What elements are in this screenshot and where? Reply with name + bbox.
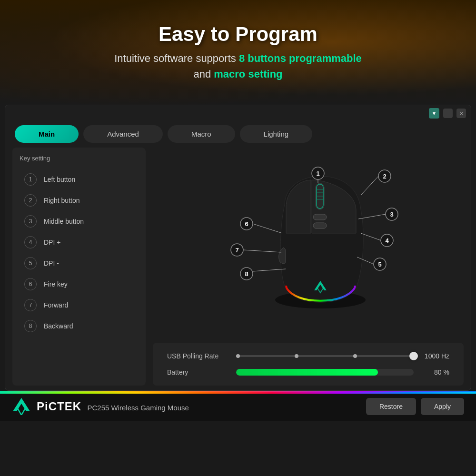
key-item-4[interactable]: 4 DPI +: [20, 232, 139, 253]
hero-title: Easy to Program: [159, 23, 317, 46]
slider-dot-3: [353, 354, 357, 358]
svg-rect-8: [313, 223, 327, 228]
svg-text:5: 5: [378, 261, 381, 268]
tab-bar: Main Advanced Macro Lighting: [5, 121, 471, 143]
key-num-1: 1: [24, 173, 37, 186]
battery-value: 80 %: [421, 368, 449, 376]
polling-rate-value: 1000 Hz: [421, 352, 449, 360]
key-label-6: Fire key: [44, 280, 68, 288]
polling-rate-row: USB Polling Rate 1000 Hz: [167, 352, 449, 360]
close-button[interactable]: ✕: [456, 109, 466, 118]
key-num-2: 2: [24, 194, 37, 207]
key-label-8: Backward: [44, 322, 73, 330]
brand-model: PC255 Wireless Gaming Mouse: [87, 404, 188, 412]
key-item-1[interactable]: 1 Left button: [20, 169, 139, 190]
brand-name-pictek: PiCTEK: [37, 400, 81, 413]
key-label-3: Middle button: [44, 218, 84, 225]
svg-text:7: 7: [235, 247, 238, 254]
restore-button[interactable]: Restore: [366, 398, 416, 415]
mouse-svg: 1 2 3 4: [208, 167, 408, 319]
key-settings-title: Key setting: [20, 155, 139, 162]
key-num-6: 6: [24, 278, 37, 290]
slider-dot-2: [295, 354, 298, 358]
battery-bar-fill: [236, 369, 378, 376]
tab-advanced[interactable]: Advanced: [83, 125, 163, 143]
key-label-2: Right button: [44, 197, 80, 204]
hero-section: Easy to Program Intuitive software suppo…: [0, 0, 476, 105]
tab-macro[interactable]: Macro: [168, 125, 235, 143]
minimize-button[interactable]: —: [443, 109, 453, 118]
svg-text:1: 1: [316, 170, 319, 177]
key-settings-panel: Key setting 1 Left button 2 Right button…: [12, 148, 146, 386]
svg-line-29: [243, 250, 281, 252]
battery-row: Battery 80 %: [167, 368, 449, 376]
key-label-5: DPI -: [44, 259, 59, 267]
svg-text:2: 2: [383, 173, 386, 180]
key-label-7: Forward: [44, 301, 68, 309]
key-label-4: DPI +: [44, 238, 60, 246]
apply-button[interactable]: Apply: [421, 398, 464, 415]
polling-rate-label: USB Polling Rate: [167, 352, 229, 360]
svg-line-32: [253, 269, 286, 271]
bottom-panel: USB Polling Rate 1000 Hz Battery: [153, 343, 464, 386]
battery-bar-wrapper: [236, 369, 414, 376]
svg-text:3: 3: [390, 211, 393, 218]
svg-text:6: 6: [245, 220, 248, 228]
svg-line-26: [253, 224, 282, 233]
hero-highlight1: 8 buttons programmable: [239, 52, 362, 64]
key-item-6[interactable]: 6 Fire key: [20, 274, 139, 295]
key-num-8: 8: [24, 320, 37, 332]
brand-logo-icon: [12, 398, 31, 415]
mouse-image-container: 1 2 3 4: [153, 148, 464, 338]
key-item-3[interactable]: 3 Middle button: [20, 211, 139, 232]
hero-subtitle-plain: Intuitive software supports: [114, 52, 239, 64]
svg-rect-7: [313, 214, 327, 220]
footer-buttons: Restore Apply: [366, 398, 464, 415]
hero-subtitle: Intuitive software supports 8 buttons pr…: [114, 50, 362, 82]
svg-text:8: 8: [245, 270, 248, 278]
slider-thumb[interactable]: [409, 352, 418, 360]
key-item-8[interactable]: 8 Backward: [20, 316, 139, 337]
main-content: Key setting 1 Left button 2 Right button…: [5, 143, 471, 390]
app-window: ▼ — ✕ Main Advanced Macro Lighting Key s…: [5, 105, 471, 391]
polling-rate-slider[interactable]: [236, 355, 414, 357]
slider-dot-1: [236, 354, 240, 358]
key-num-3: 3: [24, 215, 37, 228]
hero-subtitle-middle: and: [193, 68, 214, 80]
key-label-1: Left button: [44, 176, 75, 183]
footer: PiCTEK PC255 Wireless Gaming Mouse Resto…: [0, 391, 476, 421]
svg-line-14: [361, 176, 378, 195]
key-num-7: 7: [24, 299, 37, 311]
footer-brand: PiCTEK PC255 Wireless Gaming Mouse: [12, 398, 189, 415]
hero-highlight2: macro setting: [214, 68, 282, 80]
key-item-5[interactable]: 5 DPI -: [20, 253, 139, 274]
mouse-area: 1 2 3 4: [153, 148, 464, 386]
key-num-4: 4: [24, 236, 37, 248]
key-item-7[interactable]: 7 Forward: [20, 295, 139, 316]
key-num-5: 5: [24, 257, 37, 269]
svg-text:4: 4: [385, 237, 389, 244]
svg-line-17: [358, 214, 386, 219]
battery-label: Battery: [167, 368, 229, 376]
filter-icon[interactable]: ▼: [429, 108, 439, 119]
svg-line-20: [361, 233, 381, 240]
title-bar: ▼ — ✕: [5, 105, 471, 121]
tab-lighting[interactable]: Lighting: [240, 125, 313, 143]
tab-main[interactable]: Main: [15, 125, 79, 143]
key-item-2[interactable]: 2 Right button: [20, 190, 139, 211]
brand-text: PiCTEK PC255 Wireless Gaming Mouse: [37, 400, 189, 413]
